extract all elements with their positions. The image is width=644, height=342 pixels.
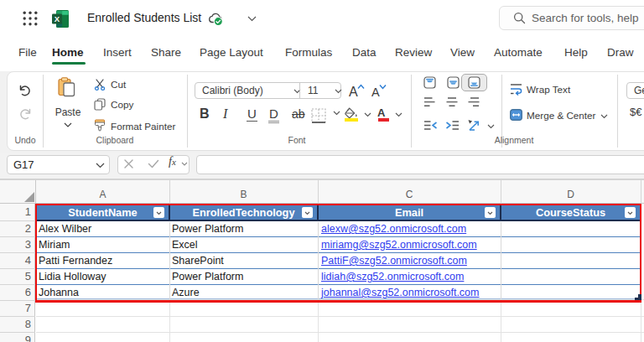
svg-text:X: X (55, 14, 60, 23)
